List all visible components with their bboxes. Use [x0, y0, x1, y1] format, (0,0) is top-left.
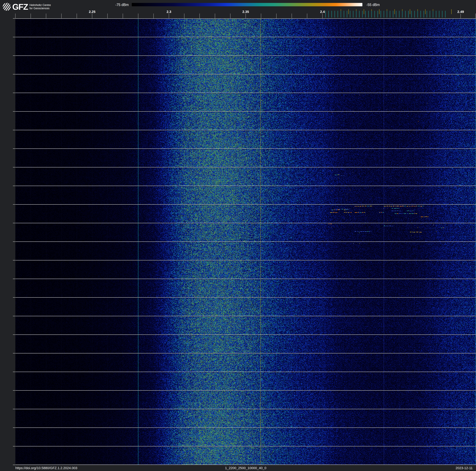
time-axis-tick	[13, 93, 15, 93]
ble-channel-tick	[414, 11, 415, 18]
wifi-channel-tick	[348, 9, 349, 14]
time-axis-tick	[13, 167, 15, 167]
ble-channel-tick	[421, 11, 421, 18]
freq-minor-tick	[138, 14, 138, 18]
time-axis-tick	[13, 18, 15, 18]
freq-axis-label: 2.49	[458, 10, 464, 14]
time-axis-tick	[13, 316, 15, 316]
freq-minor-tick	[153, 14, 154, 18]
ble-channel-tick	[350, 11, 350, 18]
time-axis-tick	[13, 465, 15, 465]
freq-minor-tick	[476, 14, 476, 18]
ble-channel-tick	[344, 11, 344, 18]
freq-minor-tick	[246, 14, 246, 18]
ble-channel-tick	[378, 11, 378, 18]
freq-axis-label: 2.35	[242, 10, 249, 14]
ble-channel-tick	[362, 11, 362, 18]
freq-minor-tick	[200, 14, 200, 18]
time-axis-tick	[13, 446, 15, 446]
ble-channel-tick	[328, 11, 329, 18]
time-axis-tick	[13, 148, 15, 149]
time-axis: 24:0023:0022:0021:0020:0019:0018:0017:00…	[0, 0, 15, 471]
time-axis-tick	[13, 353, 15, 353]
time-axis-tick	[13, 111, 15, 112]
ble-channel-tick	[390, 11, 390, 18]
ble-channel-tick	[445, 11, 445, 18]
time-axis-tick	[13, 74, 15, 74]
ble-channel-tick	[347, 11, 347, 18]
ble-channel-tick	[402, 11, 402, 18]
spectrogram-canvas	[15, 18, 476, 465]
ble-channel-tick	[356, 11, 357, 18]
freq-minor-tick	[322, 14, 323, 18]
ble-channel-tick	[442, 11, 442, 18]
time-axis-tick	[13, 186, 15, 186]
wifi-channel-tick	[394, 9, 395, 14]
freq-axis-label: 2.3	[167, 10, 171, 14]
freq-minor-tick	[107, 14, 108, 18]
time-axis-tick	[13, 334, 15, 335]
freq-minor-tick	[169, 14, 169, 18]
ble-channel-tick	[424, 11, 424, 18]
ble-channel-tick	[408, 11, 408, 18]
freq-minor-tick	[92, 14, 92, 18]
wifi-channel-tick	[425, 9, 425, 14]
ble-channel-tick	[332, 11, 332, 18]
ble-channel-tick	[427, 11, 427, 18]
ble-channel-tick	[374, 11, 375, 18]
freq-minor-tick	[77, 14, 77, 18]
ble-channel-tick	[335, 11, 335, 18]
wifi-channel-tick	[379, 9, 379, 14]
ble-channel-tick	[418, 11, 418, 18]
ble-channel-tick	[325, 11, 326, 18]
ble-channel-tick	[381, 11, 381, 18]
ble-channel-tick	[372, 11, 372, 18]
ble-channel-tick	[341, 11, 341, 18]
freq-minor-tick	[61, 14, 62, 18]
time-axis-tick	[13, 428, 15, 428]
time-axis-tick	[13, 241, 15, 242]
ble-channel-tick	[384, 11, 384, 18]
freq-minor-tick	[230, 14, 230, 18]
footer-title-text: 1_2200_2500_10000_40_0	[225, 466, 266, 470]
freq-minor-tick	[46, 14, 46, 18]
ble-channel-tick	[368, 11, 369, 18]
ble-channel-tick	[338, 11, 338, 18]
ble-channel-tick	[359, 11, 359, 18]
ble-channel-tick	[430, 11, 430, 18]
freq-minor-tick	[215, 14, 215, 18]
ble-channel-tick	[436, 11, 436, 18]
ble-channel-tick	[439, 11, 439, 18]
freq-minor-tick	[31, 14, 31, 18]
wifi-channel-tick	[364, 9, 364, 14]
ble-channel-tick	[433, 11, 433, 18]
freq-minor-tick	[292, 14, 292, 18]
ble-channel-tick	[405, 11, 406, 18]
time-axis-tick	[13, 297, 15, 298]
time-axis-tick	[13, 260, 15, 260]
wifi-channel-tick	[410, 9, 410, 14]
time-axis-tick	[13, 223, 15, 223]
ble-channel-tick	[393, 11, 393, 18]
time-axis-tick	[13, 204, 15, 205]
time-axis-tick	[13, 55, 15, 56]
freq-axis-label: 2.4	[320, 10, 325, 14]
wifi-channel-tick	[451, 9, 452, 14]
ble-channel-tick	[396, 11, 396, 18]
time-axis-tick	[13, 37, 15, 37]
freq-minor-tick	[184, 14, 184, 18]
footer-date-text: 2023-12-11	[456, 466, 473, 470]
time-axis-tick	[13, 130, 15, 130]
time-axis-tick	[13, 409, 15, 409]
time-axis-tick	[13, 372, 15, 372]
time-axis-tick	[13, 390, 15, 391]
ble-channel-tick	[353, 11, 353, 18]
footer-doi-text: https://doi.org/10.5880/GFZ.1.2.2024.003	[15, 466, 77, 470]
freq-minor-tick	[123, 14, 123, 18]
freq-minor-tick	[276, 14, 276, 18]
ble-channel-tick	[399, 11, 399, 18]
time-axis-tick	[13, 279, 15, 279]
freq-minor-tick	[261, 14, 261, 18]
freq-minor-tick	[307, 14, 307, 18]
ble-channel-tick	[411, 11, 412, 18]
